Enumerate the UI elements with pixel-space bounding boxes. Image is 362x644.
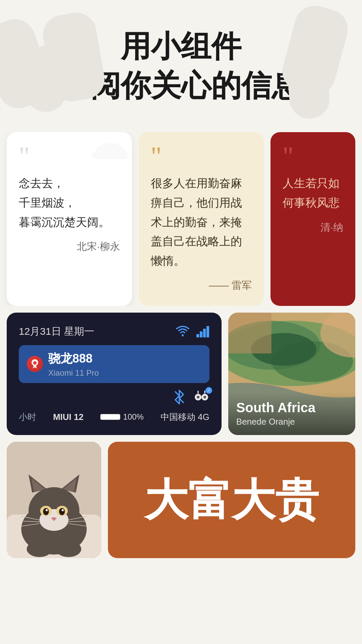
battery-background: [100, 414, 120, 420]
svg-point-24: [43, 508, 49, 515]
snapdragon-icon: [29, 358, 41, 370]
svg-rect-1: [196, 334, 199, 337]
quote-text-3: 人生若只如 何事秋风悲: [283, 174, 343, 213]
wifi-icon: [176, 325, 189, 337]
network-info: 中国移动 4G: [161, 411, 209, 423]
svg-point-26: [46, 509, 48, 512]
map-info-overlay: South Africa Benede Oranje: [228, 392, 355, 435]
quote-mark-3: ": [283, 146, 343, 167]
quote-text-2: 很多人在用勤奋麻痹自己，他们用战术上的勤奋，来掩盖自己在战略上的懒惰。: [151, 174, 252, 271]
uptime-label: 小时: [19, 411, 36, 423]
quote-author-2: —— 雷军: [151, 279, 252, 292]
bluetooth-icon: [173, 390, 185, 405]
chip-box: 骁龙888 Xiaomi 11 Pro: [19, 345, 209, 383]
hero-section: 用小组件 订阅你关心的信息: [0, 0, 362, 125]
cat-svg: [7, 442, 101, 558]
system-bottom-row: 小时 MIUI 12 100% 中国移动 4G: [19, 411, 209, 423]
svg-point-25: [59, 508, 65, 515]
map-region: Benede Oranje: [236, 417, 347, 427]
svg-point-39: [56, 541, 81, 557]
info-row: 12月31日 星期一: [0, 306, 362, 435]
svg-rect-15: [228, 313, 272, 354]
svg-point-38: [27, 541, 52, 557]
battery-fill: [101, 414, 120, 420]
map-card: South Africa Benede Oranje: [228, 313, 355, 435]
cat-card: [7, 442, 101, 558]
quote-author-3: 清·纳: [283, 221, 343, 234]
battery-indicator: 100%: [100, 412, 143, 422]
cat-image: [7, 442, 101, 558]
os-version: MIUI 12: [53, 412, 83, 422]
connected-badge: ✓: [205, 387, 212, 394]
svg-point-0: [182, 334, 184, 336]
svg-point-5: [33, 361, 37, 365]
signal-icon: [196, 325, 209, 338]
system-date: 12月31日 星期一: [19, 325, 94, 338]
device-model: Xiaomi 11 Pro: [48, 368, 99, 378]
svg-rect-2: [200, 331, 202, 337]
connectivity-icons: ✓: [19, 390, 209, 406]
battery-percentage: 100%: [123, 412, 143, 422]
earbuds-container: ✓: [193, 390, 209, 406]
fortune-text: 大富大贵: [144, 478, 319, 522]
hero-title: 用小组件 订阅你关心的信息: [20, 27, 342, 105]
svg-point-9: [203, 396, 206, 398]
svg-point-8: [197, 396, 199, 398]
fortune-card: 大富大贵: [108, 442, 355, 558]
quote-card-classical: " 念去去， 千里烟波， 暮霭沉沉楚天阔。 北宋·柳永: [7, 132, 132, 306]
svg-rect-3: [203, 329, 206, 337]
quote-card-leijun: " 很多人在用勤奋麻痹自己，他们用战术上的勤奋，来掩盖自己在战略上的懒惰。 ——…: [139, 132, 264, 306]
map-country: South Africa: [236, 400, 347, 415]
chip-info: 骁龙888 Xiaomi 11 Pro: [48, 351, 99, 378]
snapdragon-logo: [27, 356, 43, 372]
system-top-row: 12月31日 星期一: [19, 325, 209, 338]
quote-author-1: 北宋·柳永: [19, 240, 120, 254]
system-card: 12月31日 星期一: [7, 313, 222, 435]
svg-point-27: [62, 509, 64, 512]
cloud-decoration: [88, 139, 129, 166]
system-status-icons: [176, 325, 209, 338]
quote-card-red: " 人生若只如 何事秋风悲 清·纳: [270, 132, 355, 306]
chip-name: 骁龙888: [48, 351, 99, 367]
quote-cards-row: " 念去去， 千里烟波， 暮霭沉沉楚天阔。 北宋·柳永 " 很多人在用勤奋麻痹自…: [0, 132, 362, 306]
quote-text-1: 念去去， 千里烟波， 暮霭沉沉楚天阔。: [19, 174, 120, 232]
bottom-row: 大富大贵: [0, 435, 362, 558]
svg-rect-4: [206, 326, 209, 337]
quote-mark-2: ": [151, 146, 252, 167]
